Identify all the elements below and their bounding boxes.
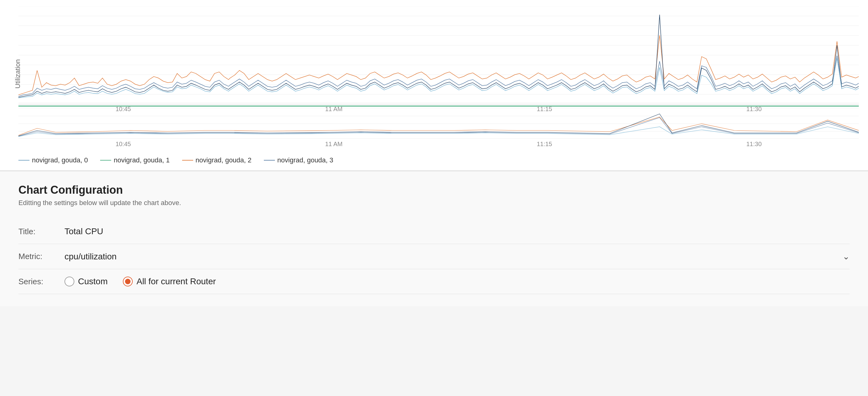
legend-label-3: novigrad, gouda, 3 bbox=[277, 156, 333, 164]
metric-value-container: cpu/utilization ⌄ bbox=[64, 252, 849, 262]
config-section: Chart Configuration Editting the setting… bbox=[0, 171, 868, 306]
y-axis-label: Utilization bbox=[14, 59, 22, 89]
legend-line-3 bbox=[264, 160, 275, 161]
x-label-1115-mini: 11:15 bbox=[536, 141, 552, 147]
radio-all-router-label: All for current Router bbox=[136, 276, 216, 287]
title-label: Title: bbox=[19, 227, 55, 236]
legend-item-0: novigrad, gouda, 0 bbox=[19, 156, 88, 164]
x-label-11am-mini: 11 AM bbox=[325, 141, 342, 147]
title-value: Total CPU bbox=[64, 227, 849, 236]
config-section-title: Chart Configuration bbox=[19, 184, 849, 196]
mini-chart: 10:45 11 AM 11:15 11:30 bbox=[19, 108, 859, 139]
legend-item-2: novigrad, gouda, 2 bbox=[182, 156, 252, 164]
series-option-custom[interactable]: Custom bbox=[64, 276, 107, 287]
main-chart-svg: 100 90 80 70 60 50 40 30 20 10 bbox=[19, 6, 859, 104]
config-section-subtitle: Editting the settings below will update … bbox=[19, 199, 849, 207]
x-label-1045-mini: 10:45 bbox=[116, 141, 131, 147]
legend-label-2: novigrad, gouda, 2 bbox=[196, 156, 252, 164]
series-row: Series: Custom All for current Router bbox=[19, 269, 849, 294]
chart-area: Utilization 100 90 80 70 60 50 40 30 20 … bbox=[0, 0, 868, 171]
series-label: Series: bbox=[19, 277, 55, 287]
metric-label: Metric: bbox=[19, 252, 55, 261]
legend-label-1: novigrad, gouda, 1 bbox=[114, 156, 169, 164]
legend-item-3: novigrad, gouda, 3 bbox=[264, 156, 333, 164]
radio-all-router-inner bbox=[125, 279, 130, 284]
series-option-all-router[interactable]: All for current Router bbox=[123, 276, 216, 287]
radio-custom-label: Custom bbox=[78, 276, 107, 287]
chevron-down-icon: ⌄ bbox=[842, 252, 849, 262]
metric-value: cpu/utilization bbox=[64, 252, 117, 262]
legend-label-0: novigrad, gouda, 0 bbox=[32, 156, 88, 164]
legend-line-0 bbox=[19, 160, 30, 161]
legend-item-1: novigrad, gouda, 1 bbox=[100, 156, 169, 164]
metric-row[interactable]: Metric: cpu/utilization ⌄ bbox=[19, 244, 849, 269]
series-options: Custom All for current Router bbox=[64, 276, 216, 287]
title-row: Title: Total CPU bbox=[19, 219, 849, 244]
x-label-1130-mini: 11:30 bbox=[746, 141, 762, 147]
radio-custom[interactable] bbox=[64, 276, 74, 287]
legend-line-1 bbox=[100, 160, 111, 161]
radio-all-router[interactable] bbox=[123, 276, 133, 287]
legend-line-2 bbox=[182, 160, 193, 161]
chart-legend: novigrad, gouda, 0 novigrad, gouda, 1 no… bbox=[19, 151, 859, 167]
main-chart: Utilization 100 90 80 70 60 50 40 30 20 … bbox=[19, 6, 859, 104]
mini-chart-svg bbox=[19, 108, 859, 139]
